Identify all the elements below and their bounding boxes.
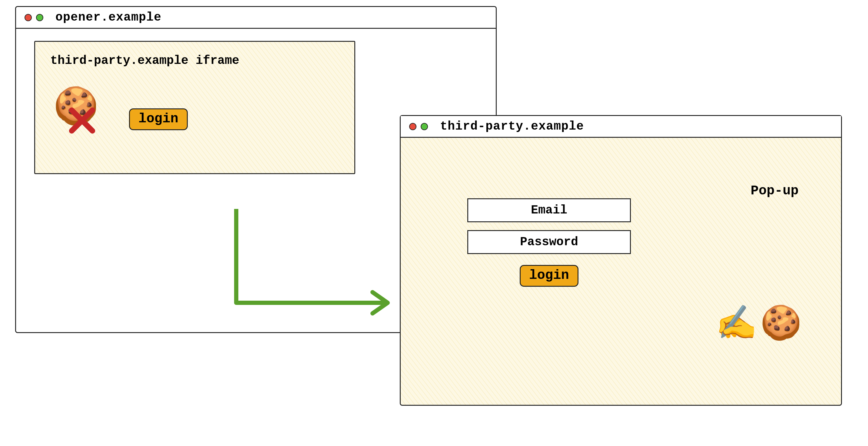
cookie-icon: 🍪 [760, 306, 805, 344]
opener-title: opener.example [55, 10, 161, 24]
iframe-label: third-party.example iframe [50, 54, 339, 67]
third-party-iframe: third-party.example iframe 🍪 login [34, 41, 355, 174]
window-dots [25, 14, 43, 21]
cross-icon [68, 107, 96, 134]
minimize-dot-icon[interactable] [421, 123, 428, 130]
window-dots [409, 123, 428, 130]
close-dot-icon[interactable] [409, 123, 416, 130]
email-field[interactable]: Email [467, 198, 631, 222]
writing-hand-icon: ✍️ [716, 306, 760, 344]
opener-titlebar: opener.example [16, 7, 496, 29]
popup-title: third-party.example [440, 120, 584, 133]
popup-label: Pop-up [751, 183, 799, 198]
password-field[interactable]: Password [467, 230, 631, 254]
popup-window: third-party.example Pop-up Email Passwor… [400, 115, 842, 406]
write-cookie-icons: ✍️🍪 [716, 309, 805, 342]
popup-login-button[interactable]: login [520, 265, 579, 287]
iframe-login-button[interactable]: login [129, 108, 188, 130]
minimize-dot-icon[interactable] [36, 14, 43, 21]
login-form: Email Password login [467, 198, 631, 287]
close-dot-icon[interactable] [25, 14, 32, 21]
popup-titlebar: third-party.example [401, 116, 841, 138]
popup-content: Pop-up Email Password login ✍️🍪 [401, 138, 841, 406]
